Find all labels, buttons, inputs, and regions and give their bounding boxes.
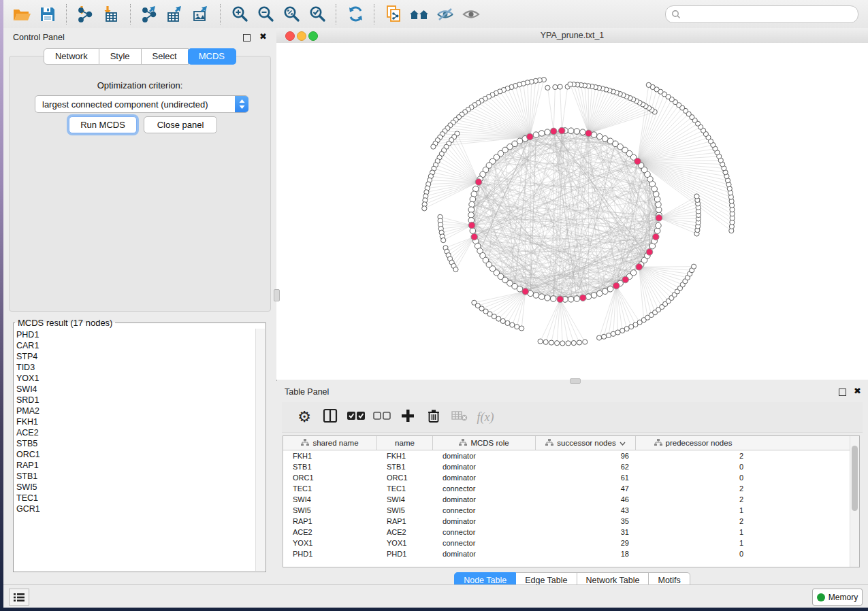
cell-successor_nodes[interactable]: 46 [536,495,636,503]
column-header-MCDS-role[interactable]: MCDS role [433,436,536,450]
cell-name[interactable]: SWI5 [377,506,433,514]
cell-successor_nodes[interactable]: 43 [536,506,636,514]
table-row[interactable]: YOX1YOX1connector291 [283,538,850,548]
float-table-panel-icon[interactable] [839,389,846,396]
task-history-button[interactable] [9,589,29,606]
cell-successor_nodes[interactable]: 31 [536,528,636,536]
tab-style[interactable]: Style [99,48,142,65]
column-header-shared-name[interactable]: shared name [283,436,377,450]
cell-predecessor_nodes[interactable]: 1 [636,539,750,547]
hide-selected-button[interactable] [432,3,458,26]
zoom-out-button[interactable] [253,3,278,26]
float-panel-icon[interactable] [243,34,251,42]
cell-shared_name[interactable]: SWI4 [283,495,377,503]
cell-shared_name[interactable]: ORC1 [283,474,377,482]
add-row-button[interactable] [395,405,421,429]
cell-successor_nodes[interactable]: 47 [536,484,636,493]
cell-mcds_role[interactable]: dominator [433,550,536,558]
cell-mcds_role[interactable]: dominator [433,474,536,482]
cell-name[interactable]: PHD1 [377,550,433,558]
cell-mcds_role[interactable]: dominator [433,495,536,503]
cell-predecessor_nodes[interactable]: 2 [636,495,750,503]
cell-shared_name[interactable]: TEC1 [283,484,377,493]
deselect-all-button[interactable] [369,405,395,429]
memory-button[interactable]: Memory [812,589,863,606]
cell-mcds_role[interactable]: connector [433,484,536,493]
cell-predecessor_nodes[interactable]: 2 [636,517,750,525]
show-all-button[interactable] [458,3,484,26]
zoom-selected-button[interactable] [304,3,330,26]
cell-mcds_role[interactable]: dominator [433,452,536,460]
cell-shared_name[interactable]: STB1 [283,463,377,471]
cell-successor_nodes[interactable]: 61 [536,474,636,482]
table-row[interactable]: ACE2ACE2connector311 [283,527,850,538]
close-panel-button[interactable]: Close panel [144,116,217,133]
cell-mcds_role[interactable]: connector [433,528,536,536]
export-table-button[interactable] [163,3,189,26]
table-row[interactable]: ORC1ORC1dominator610 [283,472,850,483]
tab-mcds[interactable]: MCDS [188,48,236,65]
select-all-button[interactable] [343,405,369,429]
table-row[interactable]: TEC1TEC1connector472 [283,483,850,494]
horizontal-splitter-handle[interactable] [570,378,581,384]
cell-name[interactable]: TEC1 [377,484,433,493]
optimization-criterion-select[interactable]: largest connected component (undirected) [35,95,248,113]
table-row[interactable]: SWI4SWI4dominator462 [283,494,850,505]
table-row[interactable]: STB1STB1dominator620 [283,461,850,472]
cell-name[interactable]: STB1 [377,463,433,471]
mcds-result-box[interactable]: MCDS result (17 nodes) PHD1CAR1STP4TID3Y… [13,318,266,572]
cell-mcds_role[interactable]: dominator [433,517,536,525]
open-file-button[interactable] [9,3,35,26]
split-columns-button[interactable] [317,405,343,429]
cell-name[interactable]: YOX1 [377,539,433,547]
column-header-name[interactable]: name [377,436,433,450]
table-row[interactable]: FKH1FKH1dominator962 [283,450,850,461]
mcds-result-scrollbar[interactable] [255,329,265,571]
cell-mcds_role[interactable]: connector [433,506,536,514]
refresh-button[interactable] [342,3,368,26]
delete-row-button[interactable] [421,405,447,429]
export-image-button[interactable] [189,3,214,26]
save-session-button[interactable] [35,3,61,26]
table-row[interactable]: SWI5SWI5connector431 [283,505,850,516]
cell-shared_name[interactable]: RAP1 [283,517,377,525]
table-row[interactable]: RAP1RAP1dominator352 [283,516,850,527]
vertical-splitter-handle[interactable] [274,289,280,301]
cell-shared_name[interactable]: YOX1 [283,539,377,547]
close-table-panel-icon[interactable]: ✖ [854,386,861,397]
fit-content-button[interactable] [278,3,304,26]
run-mcds-button[interactable]: Run MCDS [69,116,137,133]
cell-predecessor_nodes[interactable]: 1 [636,506,750,514]
cell-shared_name[interactable]: SWI5 [283,506,377,514]
column-header-predecessor-nodes[interactable]: predecessor nodes [636,436,750,450]
tab-network[interactable]: Network [44,48,99,65]
tab-select[interactable]: Select [142,48,189,65]
cell-successor_nodes[interactable]: 35 [536,517,636,525]
cell-name[interactable]: RAP1 [377,517,433,525]
table-row[interactable]: PHD1PHD1dominator180 [283,548,850,559]
export-network-button[interactable] [137,3,163,26]
cell-name[interactable]: ORC1 [377,474,433,482]
table-scrollbar-thumb[interactable] [852,446,858,511]
import-table-button[interactable] [99,3,125,26]
cell-shared_name[interactable]: PHD1 [283,550,377,558]
cell-predecessor_nodes[interactable]: 1 [636,528,750,536]
cell-successor_nodes[interactable]: 62 [536,463,636,471]
close-panel-icon[interactable]: ✖ [259,31,267,42]
cell-predecessor_nodes[interactable]: 0 [636,463,750,471]
cell-successor_nodes[interactable]: 18 [536,550,636,558]
cell-predecessor_nodes[interactable]: 0 [636,474,750,482]
column-header-successor-nodes[interactable]: successor nodes [536,436,636,450]
zoom-in-button[interactable] [227,3,253,26]
first-neighbors-button[interactable] [406,3,432,26]
clone-network-button[interactable] [381,3,406,26]
cell-predecessor_nodes[interactable]: 2 [636,452,750,460]
cell-shared_name[interactable]: FKH1 [283,452,377,460]
cell-name[interactable]: FKH1 [377,452,433,460]
cell-name[interactable]: SWI4 [377,495,433,503]
cell-successor_nodes[interactable]: 29 [536,539,636,547]
cell-name[interactable]: ACE2 [377,528,433,536]
cell-mcds_role[interactable]: connector [433,539,536,547]
cell-predecessor_nodes[interactable]: 0 [636,550,750,558]
cell-shared_name[interactable]: ACE2 [283,528,377,536]
